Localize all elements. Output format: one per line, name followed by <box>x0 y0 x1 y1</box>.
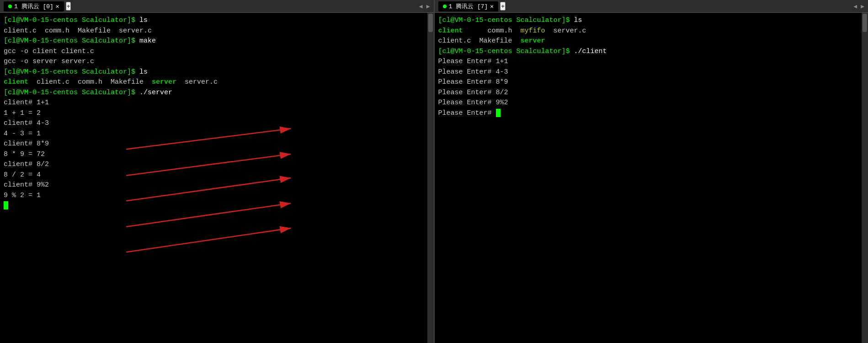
left-line-7: client client.c comm.h Makefile server s… <box>4 77 430 88</box>
left-line-15: client# 8/2 <box>4 160 430 170</box>
left-tab-label: 1 腾讯云 [0] <box>14 2 53 11</box>
left-line-8: [cl@VM-0-15-centos Scalculator]$ ./serve… <box>4 88 430 98</box>
left-line-13: client# 8*9 <box>4 139 430 150</box>
left-tab-active-dot <box>8 5 12 8</box>
left-line-4: gcc -o client client.c <box>4 47 430 57</box>
right-tab-bar: 1 腾讯云 [7] ✕ + ◀ ▶ <box>435 0 868 13</box>
left-scrollbar[interactable] <box>427 13 434 343</box>
right-nav-arrows-right[interactable]: ▶ <box>861 3 864 10</box>
left-line-10: 1 + 1 = 2 <box>4 108 430 119</box>
right-scrollbar-thumb[interactable] <box>863 14 867 32</box>
left-terminal-content: [cl@VM-0-15-centos Scalculator]$ ls clie… <box>0 13 434 343</box>
left-tab[interactable]: 1 腾讯云 [0] ✕ <box>4 1 64 11</box>
left-tab-bar: 1 腾讯云 [0] ✕ + ◀ ▶ <box>0 0 434 13</box>
left-line-9: client# 1+1 <box>4 98 430 108</box>
right-scrollbar[interactable] <box>862 13 868 343</box>
left-line-16: 8 / 2 = 4 <box>4 170 430 181</box>
left-scrollbar-thumb[interactable] <box>428 14 433 32</box>
left-line-1: [cl@VM-0-15-centos Scalculator]$ ls <box>4 16 430 26</box>
right-line-9: Please Enter# 9%2 <box>438 98 865 108</box>
right-tab-label: 1 腾讯云 [7] <box>449 2 488 11</box>
right-line-6: Please Enter# 4-3 <box>438 67 865 78</box>
left-line-18: 9 % 2 = 1 <box>4 191 430 201</box>
left-line-2: client.c comm.h Makefile server.c <box>4 26 430 37</box>
left-line-17: client# 9%2 <box>4 180 430 191</box>
left-tab-close[interactable]: ✕ <box>56 3 59 10</box>
left-add-tab-button[interactable]: + <box>66 2 71 11</box>
left-line-6: [cl@VM-0-15-centos Scalculator]$ ls <box>4 67 430 78</box>
left-line-3: [cl@VM-0-15-centos Scalculator]$ make <box>4 36 430 47</box>
right-tab-close[interactable]: ✕ <box>490 3 494 10</box>
left-cursor-line <box>4 201 430 211</box>
left-line-5: gcc -o server server.c <box>4 57 430 67</box>
right-line-3: client.c Makefile server <box>438 36 865 47</box>
right-line-1: [cl@VM-0-15-centos Scalculator]$ ls <box>438 16 865 26</box>
left-nav-arrows-right[interactable]: ▶ <box>426 3 430 10</box>
right-cursor-line: Please Enter# <box>438 108 865 119</box>
right-line-4: [cl@VM-0-15-centos Scalculator]$ ./clien… <box>438 47 865 57</box>
left-nav-arrows[interactable]: ◀ <box>419 3 423 10</box>
left-line-12: 4 - 3 = 1 <box>4 129 430 139</box>
right-line-8: Please Enter# 8/2 <box>438 88 865 98</box>
right-nav-arrows[interactable]: ◀ <box>853 3 857 10</box>
right-tab[interactable]: 1 腾讯云 [7] ✕ <box>438 1 499 11</box>
right-line-5: Please Enter# 1+1 <box>438 57 865 67</box>
right-terminal-content: [cl@VM-0-15-centos Scalculator]$ ls clie… <box>435 13 868 343</box>
svg-line-5 <box>126 228 291 252</box>
left-line-14: 8 * 9 = 72 <box>4 150 430 160</box>
left-line-11: client# 4-3 <box>4 118 430 129</box>
right-line-7: Please Enter# 8*9 <box>438 77 865 88</box>
right-line-2: client comm.h myfifo server.c <box>438 26 865 37</box>
right-add-tab-button[interactable]: + <box>500 2 506 11</box>
right-tab-active-dot <box>443 5 447 8</box>
